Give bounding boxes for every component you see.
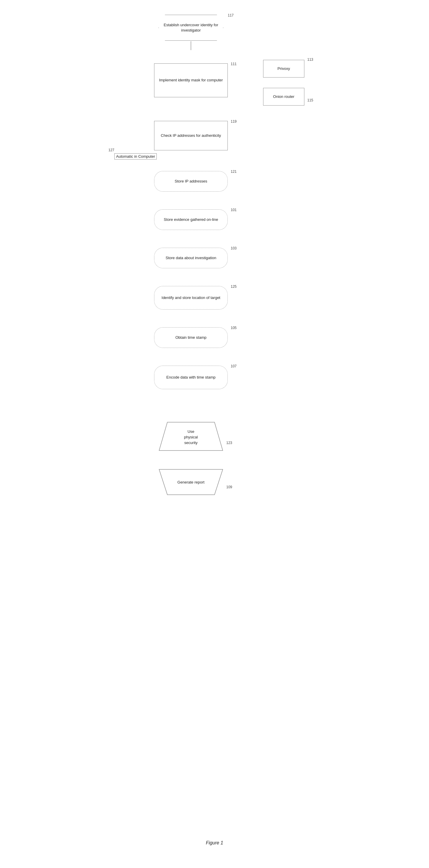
store-data-shape: Store data about investigation	[154, 248, 228, 268]
store-ip-label: Store IP addresses	[175, 179, 207, 184]
generate-report-node: Generate report 109	[159, 469, 223, 495]
implement-ref: 111	[231, 62, 237, 66]
identify-shape: Identify and store location of target	[154, 286, 228, 310]
privoxy-shape: Privoxy	[263, 60, 304, 78]
store-data-node: Store data about investigation 103	[154, 248, 228, 268]
obtain-ts-label: Obtain time stamp	[175, 335, 206, 340]
obtain-ts-ref: 105	[231, 326, 237, 330]
onion-ref: 115	[307, 98, 313, 102]
use-physical-node: Use physical security 123	[159, 422, 223, 451]
establish-shape: Establish undercover identity for invest…	[159, 15, 223, 41]
identify-node: Identify and store location of target 12…	[154, 286, 228, 310]
svg-text:Generate report: Generate report	[177, 480, 204, 485]
identify-ref: 125	[231, 284, 237, 289]
encode-data-node: Encode data with time stamp 107	[154, 366, 228, 389]
store-evidence-ref: 101	[231, 208, 237, 212]
implement-node: Implement identity mask for computer 111	[154, 63, 228, 97]
automatic-label: Automatic in Computer	[114, 153, 157, 159]
privoxy-label: Privoxy	[277, 66, 290, 71]
automatic-label-node: Automatic in Computer 127	[114, 153, 157, 159]
store-evidence-node: Store evidence gathered on-line 101	[154, 209, 228, 230]
check-ip-node: Check IP addresses for authenticity 119	[154, 121, 228, 150]
check-ip-label: Check IP addresses for authenticity	[161, 133, 221, 138]
implement-label: Implement identity mask for computer	[159, 78, 223, 83]
check-ip-ref: 119	[231, 119, 237, 124]
store-data-label: Store data about investigation	[166, 255, 216, 261]
figure-caption: Figure 1	[100, 840, 329, 846]
onion-label: Onion router	[273, 94, 294, 99]
encode-data-ref: 107	[231, 364, 237, 368]
generate-report-svg: Generate report	[159, 469, 223, 495]
onion-node: Onion router 115	[263, 88, 304, 105]
establish-ref: 117	[228, 13, 234, 18]
obtain-ts-shape: Obtain time stamp	[154, 327, 228, 348]
check-ip-shape: Check IP addresses for authenticity	[154, 121, 228, 150]
generate-report-ref: 109	[226, 485, 232, 489]
encode-data-shape: Encode data with time stamp	[154, 366, 228, 389]
use-physical-ref: 123	[226, 441, 232, 445]
obtain-ts-node: Obtain time stamp 105	[154, 327, 228, 348]
automatic-ref: 127	[108, 148, 114, 152]
diagram-container: Establish undercover identity for invest…	[100, 6, 329, 832]
store-ip-ref: 121	[231, 169, 237, 174]
encode-data-label: Encode data with time stamp	[166, 375, 216, 380]
store-data-ref: 103	[231, 246, 237, 250]
store-evidence-label: Store evidence gathered on-line	[164, 217, 218, 222]
use-physical-svg: Use physical security	[159, 422, 223, 451]
privoxy-ref: 113	[307, 58, 313, 62]
svg-text:security: security	[185, 440, 198, 445]
onion-shape: Onion router	[263, 88, 304, 105]
establish-node: Establish undercover identity for invest…	[159, 15, 223, 41]
implement-shape: Implement identity mask for computer	[154, 63, 228, 97]
privoxy-node: Privoxy 113	[263, 60, 304, 78]
svg-text:Use: Use	[187, 429, 194, 434]
use-physical-shape: Use physical security	[159, 422, 223, 451]
identify-label: Identify and store location of target	[162, 295, 220, 301]
svg-text:physical: physical	[184, 435, 198, 439]
establish-label: Establish undercover identity for invest…	[159, 22, 223, 33]
store-evidence-shape: Store evidence gathered on-line	[154, 209, 228, 230]
store-ip-shape: Store IP addresses	[154, 171, 228, 192]
store-ip-node: Store IP addresses 121	[154, 171, 228, 192]
generate-report-shape: Generate report	[159, 469, 223, 495]
